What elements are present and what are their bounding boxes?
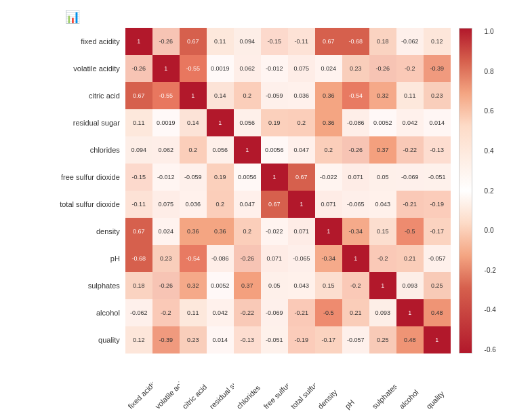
heatmap-cell: 0.67 xyxy=(288,164,315,191)
heatmap-cell: -0.26 xyxy=(152,272,180,299)
col-label-wrapper: pH xyxy=(342,356,369,411)
main-area: fixed acidityvolatile aciditycitric acid… xyxy=(60,28,472,411)
heatmap-cell: -0.19 xyxy=(288,326,315,354)
col-label-wrapper: volatile acidity xyxy=(152,356,180,411)
col-label: alcohol xyxy=(397,388,420,411)
heatmap-cell: -0.5 xyxy=(396,218,424,245)
heatmap-cell: 0.23 xyxy=(152,245,180,272)
col-label: chlorides xyxy=(234,383,260,411)
col-labels-area: fixed acidityvolatile aciditycitric acid… xyxy=(125,356,451,411)
col-label: density xyxy=(316,388,338,411)
heatmap-cell: 0.37 xyxy=(234,272,261,299)
heatmap-cell: 0.0056 xyxy=(261,136,288,164)
col-label: volatile acidity xyxy=(153,372,179,411)
heatmap-cell: 0.14 xyxy=(207,82,234,109)
heatmap-cell: 0.23 xyxy=(342,55,369,82)
col-label: pH xyxy=(343,398,355,411)
heatmap-cell: -0.26 xyxy=(234,245,261,272)
heatmap-cell: 0.19 xyxy=(207,164,234,191)
heatmap-cell: 0.25 xyxy=(369,326,396,354)
heatmap-cell: -0.057 xyxy=(342,326,369,354)
chart-container: 📊 fixed acidityvolatile aciditycitric ac… xyxy=(53,3,479,417)
colorbar-tick: 0.2 xyxy=(485,187,496,195)
heatmap-cell: -0.11 xyxy=(125,191,152,218)
row-label: sulphates xyxy=(60,272,123,299)
heatmap-cell: -0.065 xyxy=(288,245,315,272)
heatmap-cell: 0.043 xyxy=(288,272,315,299)
row-label: alcohol xyxy=(60,299,123,326)
heatmap-cell: 1 xyxy=(396,299,424,326)
heatmap-cell: -0.2 xyxy=(396,55,424,82)
heatmap-cell: 0.062 xyxy=(234,55,261,82)
heatmap-cell: 0.024 xyxy=(315,55,342,82)
heatmap-cell: 0.2 xyxy=(234,82,261,109)
heatmap-cell: 0.37 xyxy=(369,136,396,164)
heatmap-cell: 0.19 xyxy=(261,109,288,136)
heatmap-cell: -0.15 xyxy=(261,28,288,55)
heatmap-cell: -0.26 xyxy=(125,55,152,82)
heatmap-cell: -0.13 xyxy=(424,136,451,164)
heatmap-cell: 0.2 xyxy=(207,191,234,218)
heatmap-cell: 0.093 xyxy=(369,299,396,326)
colorbar-tick: 0.8 xyxy=(485,68,496,75)
heatmap-cell: 0.67 xyxy=(261,191,288,218)
heatmap-cell: 1 xyxy=(234,136,261,164)
heatmap-cell: -0.2 xyxy=(152,299,180,326)
heatmap-cell: 0.18 xyxy=(125,272,152,299)
col-label-wrapper: residual sugar xyxy=(207,356,234,411)
heatmap-cell: 0.047 xyxy=(288,136,315,164)
col-label-wrapper: free sulfur dioxide xyxy=(261,356,288,411)
heatmap-cell: 0.075 xyxy=(152,191,180,218)
col-label-wrapper: chlorides xyxy=(234,356,261,411)
heatmap-cell: 0.042 xyxy=(207,299,234,326)
heatmap-cell: 1 xyxy=(424,326,451,354)
row-label: chlorides xyxy=(60,136,123,164)
heatmap-cell: 0.0052 xyxy=(207,272,234,299)
heatmap-cell: 0.2 xyxy=(180,136,207,164)
heatmap-cell: -0.022 xyxy=(315,164,342,191)
heatmap-cell: 0.12 xyxy=(125,326,152,354)
heatmap-cell: 0.014 xyxy=(207,326,234,354)
heatmap-cell: -0.069 xyxy=(396,164,424,191)
row-label: total sulfur dioxide xyxy=(60,191,123,218)
heatmap-cell: -0.68 xyxy=(125,245,152,272)
heatmap-cell: 0.043 xyxy=(369,191,396,218)
heatmap-cell: 1 xyxy=(369,272,396,299)
heatmap-cell: 0.071 xyxy=(342,164,369,191)
heatmap-cell: 0.05 xyxy=(261,272,288,299)
colorbar-gradient xyxy=(459,28,472,354)
heatmap-cell: -0.086 xyxy=(207,245,234,272)
heatmap-cell: -0.059 xyxy=(180,164,207,191)
row-label: free sulfur dioxide xyxy=(60,164,123,191)
heatmap-cell: -0.022 xyxy=(261,218,288,245)
chart-icon: 📊 xyxy=(65,9,80,24)
heatmap-cell: 0.2 xyxy=(288,109,315,136)
heatmap-cell: -0.057 xyxy=(424,245,451,272)
heatmap-cell: -0.21 xyxy=(288,299,315,326)
heatmap-cell: 0.05 xyxy=(369,164,396,191)
heatmap-cell: -0.062 xyxy=(125,299,152,326)
heatmap-cell: -0.012 xyxy=(261,55,288,82)
colorbar-tick: 0.0 xyxy=(485,227,496,234)
heatmap-cell: 0.18 xyxy=(369,28,396,55)
heatmap-cell: 0.48 xyxy=(396,326,424,354)
heatmap-cell: 0.11 xyxy=(207,28,234,55)
heatmap-cell: -0.22 xyxy=(396,136,424,164)
heatmap-cell: -0.065 xyxy=(342,191,369,218)
heatmap-cell: 0.071 xyxy=(261,245,288,272)
heatmap-cell: 0.2 xyxy=(315,136,342,164)
colorbar-ticks: 1.00.80.60.40.20.0-0.2-0.4-0.6 xyxy=(485,28,496,354)
col-label: free sulfur dioxide xyxy=(262,363,287,411)
heatmap-cell: 0.11 xyxy=(180,299,207,326)
heatmap-cell: 0.0019 xyxy=(207,55,234,82)
heatmap-cell: 0.67 xyxy=(125,218,152,245)
row-label: fixed acidity xyxy=(60,28,123,55)
heatmap-cell: -0.22 xyxy=(234,299,261,326)
grid-and-colorbar: 1-0.260.670.110.094-0.15-0.110.67-0.680.… xyxy=(125,28,472,411)
heatmap-cell: 1 xyxy=(152,55,180,82)
colorbar-tick: -0.2 xyxy=(485,267,496,274)
heatmap-cell: 0.042 xyxy=(396,109,424,136)
col-label-wrapper: fixed acidity xyxy=(125,356,152,411)
heatmap-cell: -0.26 xyxy=(369,55,396,82)
heatmap-cell: 0.12 xyxy=(424,28,451,55)
